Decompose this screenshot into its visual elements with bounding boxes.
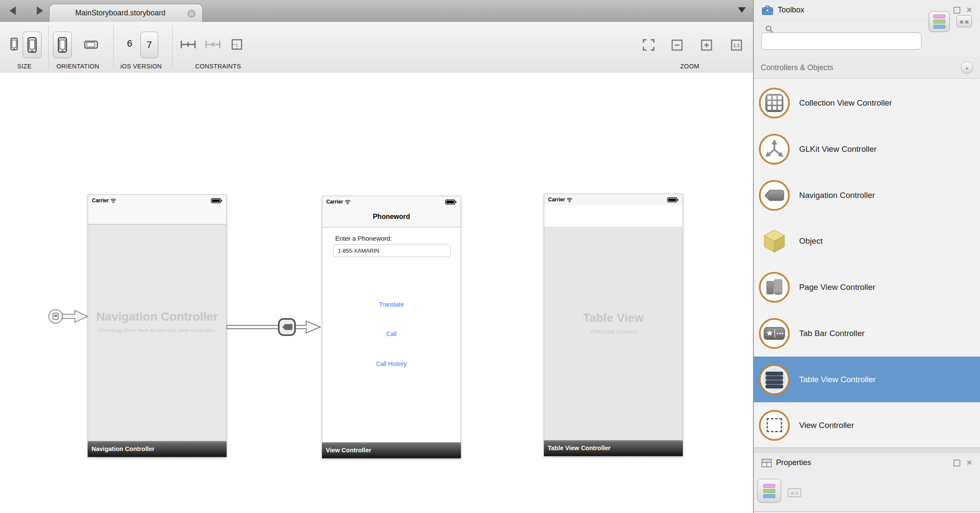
design-surface[interactable]: Carrier Navigation Controller Ctrl+drag …	[0, 73, 753, 513]
zoom-in-button[interactable]	[701, 39, 712, 51]
properties-alphabetical-view-button[interactable]: a·z	[786, 486, 803, 499]
pad-splitter[interactable]	[754, 448, 980, 453]
wifi-icon	[345, 200, 351, 204]
constraint-add-icon	[180, 39, 196, 50]
zoom-label: ZOOM	[680, 63, 700, 70]
toolbox-icon	[762, 5, 773, 15]
toolbox-item-view-controller[interactable]: View Controller	[754, 402, 980, 448]
scene-footer-label[interactable]: View Controller	[322, 442, 461, 458]
ios-version-label: iOS VERSION	[121, 63, 162, 70]
constraint-remove-icon	[205, 39, 221, 50]
toolbox-categorized-view-button[interactable]	[929, 11, 950, 32]
call-history-button[interactable]: Call History	[322, 360, 460, 367]
toolbox-title: Toolbox	[778, 6, 949, 15]
toolbox-search-row	[754, 20, 980, 57]
carrier-label: Carrier	[548, 197, 573, 203]
navigation-controller-phone[interactable]: Carrier Navigation Controller Ctrl+drag …	[88, 195, 227, 441]
table-placeholder-hint: Prototype Content	[544, 328, 682, 335]
orientation-portrait-button[interactable]	[53, 32, 72, 58]
ios-version-7-button[interactable]: 7	[140, 32, 158, 58]
toolbox-item-collection-view-controller[interactable]: Collection View Controller	[754, 80, 980, 126]
carrier-label: Carrier	[92, 198, 116, 203]
toolbox-compact-view-button[interactable]	[956, 15, 972, 27]
scene-footer-label[interactable]: Table View Controller	[544, 440, 683, 456]
nav-scene-body[interactable]: Navigation Controller Ctrl+drag from her…	[88, 224, 226, 441]
status-bar: Carrier	[88, 195, 226, 206]
tab-bar-controller-icon	[759, 318, 790, 349]
table-placeholder-title: Table View	[544, 311, 682, 325]
table-view-phone[interactable]: Carrier Table View Prototype Content	[544, 194, 683, 440]
back-arrow-icon[interactable]	[9, 6, 16, 15]
nav-scene-header: Carrier	[88, 195, 226, 224]
compact-display-icon	[959, 18, 969, 25]
wifi-icon	[567, 198, 573, 202]
size-small-phone-button[interactable]	[10, 38, 18, 50]
tab-title: MainStoryboard.storyboard	[75, 9, 165, 18]
view-controller-icon	[759, 410, 790, 441]
toolbar-separator	[172, 25, 173, 68]
resize-constraint-button[interactable]	[231, 38, 243, 50]
portrait-phone-icon	[58, 37, 67, 53]
close-pad-icon[interactable]: ✕	[966, 460, 972, 466]
phoneword-text-field[interactable]	[333, 244, 451, 257]
table-scene-body[interactable]: Table View Prototype Content	[544, 227, 682, 440]
initial-scene-entry-arrow[interactable]	[35, 304, 89, 328]
status-bar: Carrier	[322, 196, 460, 207]
tab-mainstoryboard[interactable]: MainStoryboard.storyboard	[49, 4, 203, 22]
right-dock: Toolbox ✕ Controllers & Objects ▲	[753, 0, 980, 513]
tab-close-icon[interactable]	[188, 10, 195, 18]
properties-window-controls: ✕	[953, 460, 972, 466]
scene-footer-label[interactable]: Navigation Controller	[88, 441, 227, 457]
zoom-out-icon	[671, 39, 683, 51]
collection-view-controller-icon	[759, 88, 790, 118]
toolbox-item-object[interactable]: Object	[754, 218, 980, 264]
toolbox-item-navigation-controller[interactable]: Navigation Controller	[754, 172, 980, 218]
dock-pad-icon[interactable]	[953, 460, 960, 466]
landscape-phone-icon	[84, 41, 98, 49]
toolbar-separator	[113, 25, 114, 68]
toolbox-section-header[interactable]: Controllers & Objects ▲	[754, 57, 980, 78]
root-segue-arrow[interactable]	[226, 313, 322, 341]
section-collapse-button[interactable]: ▲	[961, 62, 973, 74]
search-icon	[765, 25, 773, 33]
categorized-list-icon	[933, 15, 945, 29]
remove-constraint-button[interactable]	[205, 39, 221, 50]
toolbox-item-table-view-controller[interactable]: Table View Controller	[754, 357, 980, 402]
categorized-list-icon	[763, 484, 775, 498]
call-button[interactable]: Call	[322, 330, 460, 337]
page-view-controller-icon	[759, 272, 790, 303]
zoom-fit-icon	[643, 39, 655, 51]
ios-version-6-button[interactable]: 6	[127, 38, 132, 49]
forward-arrow-icon[interactable]	[37, 6, 43, 15]
toolbox-item-glkit-view-controller[interactable]: GLKit View Controller	[754, 126, 980, 172]
toolbox-item-page-view-controller[interactable]: Page View Controller	[754, 264, 980, 310]
alphabetical-sort-icon: a·z	[788, 488, 801, 497]
toolbox-window-controls: ✕	[953, 7, 972, 14]
storyboard-designer-window: MainStoryboard.storyboard SIZE ORIENTATI…	[0, 0, 980, 513]
size-large-phone-button[interactable]	[23, 32, 41, 58]
add-constraint-button[interactable]	[180, 39, 196, 50]
view-controller-phone[interactable]: Carrier Phoneword Enter a Phoneword: Tra…	[322, 196, 461, 442]
navigation-controller-icon	[759, 180, 790, 211]
zoom-actual-size-button[interactable]: 1:1	[731, 39, 742, 51]
table-view-controller-scene[interactable]: Carrier Table View Prototype Content Tab…	[544, 194, 683, 456]
navigation-controller-scene[interactable]: Carrier Navigation Controller Ctrl+drag …	[88, 195, 227, 457]
toolbox-search-input[interactable]	[761, 32, 921, 50]
zoom-one-to-one-icon: 1:1	[731, 39, 742, 51]
toolbox-item-tab-bar-controller[interactable]: Tab Bar Controller	[754, 310, 980, 356]
properties-categorized-view-button[interactable]	[757, 479, 781, 503]
view-controller-scene[interactable]: Carrier Phoneword Enter a Phoneword: Tra…	[322, 196, 461, 458]
table-scene-white-strip	[544, 205, 682, 227]
dock-pad-icon[interactable]	[953, 7, 960, 14]
properties-title: Properties	[776, 458, 949, 467]
orientation-landscape-button[interactable]	[84, 41, 98, 49]
iphone-small-icon	[10, 38, 18, 50]
translate-button[interactable]: Translate	[322, 301, 460, 308]
close-pad-icon[interactable]: ✕	[966, 8, 972, 13]
zoom-fit-button[interactable]	[643, 39, 655, 51]
phoneword-nav-bar: Carrier Phoneword	[322, 196, 460, 227]
zoom-in-icon	[701, 39, 712, 51]
tab-list-dropdown-icon[interactable]	[738, 7, 746, 13]
zoom-out-button[interactable]	[671, 39, 683, 51]
wifi-icon	[110, 198, 116, 203]
